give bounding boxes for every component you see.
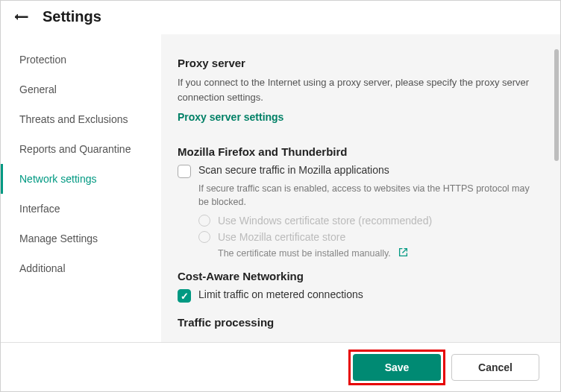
proxy-description: If you connect to the Internet using a p… [178, 75, 536, 105]
sidebar-item-label: Interface [19, 203, 60, 215]
section-cost-aware: Cost-Aware Networking Limit traffic on m… [178, 270, 536, 303]
radio-mozilla-cert-row: Use Mozilla certificate store [198, 231, 536, 243]
limit-metered-label: Limit traffic on metered connections [198, 288, 363, 300]
sidebar-item-interface[interactable]: Interface [1, 194, 160, 224]
sidebar-item-manage[interactable]: Manage Settings [1, 224, 160, 253]
section-mozilla: Mozilla Firefox and Thunderbird Scan sec… [178, 145, 536, 259]
section-heading-traffic: Traffic processing [178, 316, 536, 329]
page-title: Settings [43, 8, 101, 25]
radio-windows-cert-row: Use Windows certificate store (recommend… [198, 215, 536, 227]
scan-secure-traffic-checkbox[interactable] [178, 165, 191, 178]
sidebar-item-general[interactable]: General [1, 75, 160, 104]
sidebar: Protection General Threats and Exclusion… [1, 34, 161, 342]
content-panel: Proxy server If you connect to the Inter… [161, 34, 553, 342]
sidebar-item-additional[interactable]: Additional [1, 253, 160, 283]
sidebar-item-label: Manage Settings [19, 233, 98, 244]
radio-mozilla-cert [198, 231, 210, 243]
sidebar-item-label: Threats and Exclusions [19, 113, 128, 125]
section-traffic: Traffic processing [178, 316, 536, 329]
sidebar-item-label: Protection [19, 54, 66, 66]
radio-windows-cert [198, 215, 210, 227]
section-heading-proxy: Proxy server [178, 57, 536, 69]
sidebar-item-label: Reports and Quarantine [19, 143, 131, 155]
sidebar-item-network[interactable]: Network settings [1, 164, 160, 194]
external-link-icon[interactable] [398, 247, 408, 259]
save-button[interactable]: Save [353, 354, 441, 381]
cancel-button[interactable]: Cancel [451, 354, 539, 381]
radio-mozilla-cert-label: Use Mozilla certificate store [218, 231, 345, 243]
sidebar-item-reports[interactable]: Reports and Quarantine [1, 134, 160, 164]
sidebar-item-label: General [19, 83, 57, 95]
save-button-label: Save [385, 361, 410, 373]
proxy-settings-link[interactable]: Proxy server settings [178, 111, 283, 123]
settings-window: 🠔 Settings Protection General Threats an… [0, 0, 561, 392]
radio-windows-cert-label: Use Windows certificate store (recommend… [218, 215, 432, 227]
scroll-thumb[interactable] [554, 49, 559, 161]
footer-bar: Save Cancel [1, 342, 560, 391]
limit-metered-checkbox[interactable] [178, 289, 191, 303]
content-wrap: Proxy server If you connect to the Inter… [161, 34, 560, 342]
sidebar-item-protection[interactable]: Protection [1, 45, 160, 75]
scrollbar[interactable] [553, 34, 560, 342]
section-heading-mozilla: Mozilla Firefox and Thunderbird [178, 145, 536, 158]
sidebar-item-threats[interactable]: Threats and Exclusions [1, 104, 160, 134]
cert-install-note-text: The certificate must be installed manual… [218, 248, 391, 259]
limit-metered-row: Limit traffic on metered connections [178, 288, 536, 303]
back-arrow-icon[interactable]: 🠔 [14, 10, 29, 25]
scan-secure-traffic-desc: If secure traffic scan is enabled, acces… [198, 183, 536, 209]
sidebar-item-label: Additional [19, 262, 66, 274]
section-heading-cost: Cost-Aware Networking [178, 270, 536, 282]
scan-secure-traffic-label: Scan secure traffic in Mozilla applicati… [198, 164, 389, 176]
scan-secure-traffic-row: Scan secure traffic in Mozilla applicati… [178, 164, 536, 178]
sidebar-item-label: Network settings [19, 173, 96, 185]
section-proxy: Proxy server If you connect to the Inter… [178, 57, 536, 138]
header-bar: 🠔 Settings [1, 1, 560, 34]
cancel-button-label: Cancel [478, 361, 513, 373]
body: Protection General Threats and Exclusion… [1, 34, 560, 342]
cert-install-note: The certificate must be installed manual… [218, 247, 536, 259]
